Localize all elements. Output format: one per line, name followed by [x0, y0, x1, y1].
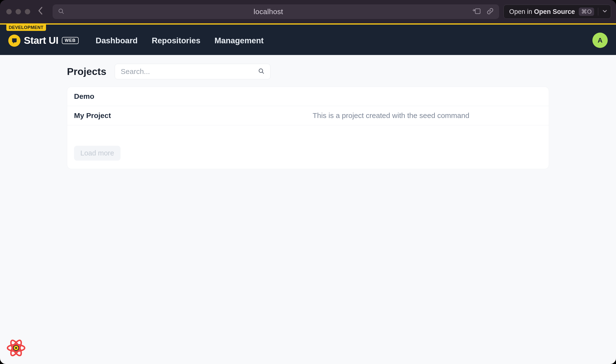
separator: [598, 8, 598, 15]
svg-point-7: [15, 347, 17, 349]
search-input[interactable]: [121, 67, 258, 76]
open-in-open-source-button[interactable]: Open in Open Source ⌘O: [504, 5, 611, 19]
open-in-label: Open in Open Source: [509, 8, 575, 15]
list-item[interactable]: Demo: [67, 87, 549, 106]
minimize-window-icon[interactable]: [15, 9, 21, 14]
page-title: Projects: [67, 66, 107, 77]
project-name: Demo: [74, 92, 313, 101]
project-name: My Project: [74, 111, 313, 120]
window-frame: localhost Open in Open Source ⌘O DEVE: [0, 0, 616, 364]
app-header: DEVELOPMENT Start UI WEB Dashboard Repos…: [0, 25, 616, 55]
dev-badge: DEVELOPMENT: [6, 24, 46, 31]
nav-repositories[interactable]: Repositories: [152, 36, 200, 45]
search-icon[interactable]: [258, 68, 264, 75]
load-more-button[interactable]: Load more: [74, 146, 121, 161]
link-icon[interactable]: [486, 8, 494, 16]
address-bar[interactable]: localhost: [53, 4, 499, 19]
load-more-region: Load more: [67, 125, 549, 169]
logo[interactable]: Start UI WEB: [8, 35, 79, 47]
search-icon: [58, 8, 64, 15]
page-heading-row: Projects: [67, 64, 549, 79]
list-item[interactable]: My Project This is a project created wit…: [67, 106, 549, 125]
back-button[interactable]: [35, 7, 46, 17]
browser-bar: localhost Open in Open Source ⌘O: [0, 0, 616, 23]
resize-window-icon[interactable]: [472, 8, 481, 15]
primary-nav: Dashboard Repositories Management: [96, 36, 264, 45]
maximize-window-icon[interactable]: [25, 9, 30, 14]
svg-rect-1: [475, 9, 480, 14]
traffic-lights: [6, 9, 30, 14]
close-window-icon[interactable]: [6, 9, 12, 14]
chevron-down-icon[interactable]: [602, 8, 607, 15]
search-box[interactable]: [115, 64, 270, 79]
keyboard-shortcut: ⌘O: [579, 8, 594, 16]
avatar[interactable]: A: [592, 33, 608, 48]
nav-management[interactable]: Management: [214, 36, 264, 45]
project-description: This is a project created with the seed …: [313, 111, 469, 120]
avatar-initial: A: [598, 37, 602, 44]
address-text: localhost: [69, 8, 468, 16]
page-body: Projects Demo My Project This is a proje…: [0, 55, 616, 364]
logo-web-tag: WEB: [62, 37, 79, 44]
nav-dashboard[interactable]: Dashboard: [96, 36, 138, 45]
react-query-devtools-icon[interactable]: [6, 338, 26, 358]
projects-card: Demo My Project This is a project create…: [67, 87, 549, 169]
logo-text: Start UI: [24, 35, 58, 46]
logo-mark-icon: [8, 35, 20, 47]
